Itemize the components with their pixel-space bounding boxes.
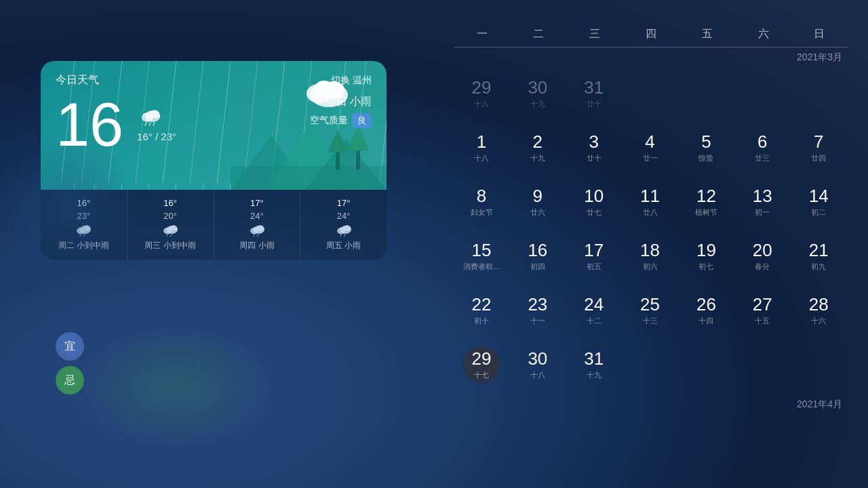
calendar-cell[interactable]: 4 廿一 [623,121,677,175]
forecast-cloud-icon [161,224,180,237]
calendar-cell[interactable]: 5 惊蛰 [679,121,733,175]
forecast-day-label: 周三 小到中雨 [144,240,195,251]
svg-rect-3 [231,166,387,190]
forecast-temp-high: 17° [250,198,264,208]
air-quality: 空气质量 良 [310,113,372,128]
svg-line-15 [145,122,146,125]
calendar-cell [791,66,846,121]
calendar-cell[interactable]: 19 初七 [679,229,733,283]
calendar-weekday: 二 [511,27,566,41]
calendar-cell[interactable]: 18 初六 [623,229,677,283]
svg-line-16 [149,122,151,125]
forecast-cloud-icon [334,224,353,237]
calendar-cell[interactable]: 30 十八 [511,338,565,392]
calendar-cell[interactable]: 30 十九 [511,66,565,121]
svg-line-36 [340,235,341,237]
svg-point-19 [77,228,85,234]
current-temperature: 16 [56,94,123,155]
weather-forecast: 16° 23° 周二 小到中雨 16° 20° 周三 小到中雨 17° 24° [41,190,387,260]
left-icons: 宜忌 [56,332,84,394]
calendar-cell[interactable]: 24 十二 [567,283,621,338]
calendar-cell[interactable]: 6 廿三 [735,121,789,175]
svg-line-21 [80,235,81,237]
air-quality-label: 空气质量 [310,115,348,127]
calendar-cell[interactable]: 31 十九 [567,338,621,392]
calendar-cell [623,338,677,392]
calendar-cell [735,66,789,121]
calendar-cell[interactable]: 11 廿八 [623,175,677,229]
svg-point-35 [344,226,351,231]
calendar-cell [679,338,733,392]
calendar-weekday: 一 [455,27,509,41]
svg-point-18 [80,226,91,233]
svg-point-20 [83,226,90,231]
calendar-cell[interactable]: 7 廿四 [791,121,846,175]
forecast-temp-high: 17° [337,198,351,208]
calendar-weekday: 五 [680,27,734,41]
forecast-cloud-icon [74,224,93,237]
calendar-cell[interactable]: 12 植树节 [679,175,733,229]
calendar-cell[interactable]: 14 初二 [791,175,846,229]
calendar-weekday-header: 一二三四五六日 [454,20,848,47]
calendar-cell[interactable]: 9 廿六 [511,175,565,229]
calendar-footer-month: 2021年4月 [454,392,848,411]
calendar-cell[interactable]: 31 廿十 [567,66,621,121]
calendar-cell [679,66,733,121]
svg-point-30 [257,226,264,231]
calendar-cell[interactable]: 1 十八 [454,121,509,175]
calendar-cell[interactable]: 25 十三 [623,283,677,338]
icon-忌[interactable]: 忌 [56,366,84,394]
forecast-item: 17° 24° 周五 小雨 [300,190,387,260]
calendar-cell[interactable]: 27 十五 [735,283,789,338]
svg-line-37 [344,235,344,237]
calendar-cell [791,338,846,392]
icon-宜[interactable]: 宜 [56,332,84,361]
svg-line-32 [257,235,258,237]
calendar-weekday: 四 [624,27,678,41]
calendar-cell[interactable]: 13 初一 [735,175,789,229]
forecast-temp-low: 23° [77,211,91,221]
calendar-cell[interactable]: 23 十一 [511,283,565,338]
cloud-rain-icon [137,108,163,127]
forecast-day-label: 周五 小雨 [326,240,361,251]
calendar-cell[interactable]: 10 廿七 [567,175,621,229]
calendar-cell[interactable]: 22 初十 [454,283,509,338]
forecast-item: 16° 20° 周三 小到中雨 [127,190,214,260]
svg-line-17 [153,122,155,125]
calendar-cell [623,66,677,121]
calendar-grid: 2021年3月 29 十八 30 十九 31 廿十 1 十八 2 十九 3 廿十… [454,50,848,392]
calendar-weekday: 六 [736,27,791,41]
calendar-cell[interactable]: 3 廿十 [567,121,621,175]
calendar-cell[interactable]: 29 十七 [454,338,509,392]
calendar-weekday: 三 [568,27,622,41]
weather-info: 16° / 23° [137,108,176,142]
svg-point-14 [150,110,159,118]
svg-line-31 [254,235,254,237]
calendar-cell[interactable]: 17 初五 [567,229,621,283]
svg-point-25 [170,226,177,231]
calendar-weekday: 日 [792,27,846,41]
forecast-temp-low: 24° [250,211,264,221]
calendar-cell[interactable]: 2 十九 [511,121,565,175]
air-quality-badge: 良 [352,113,372,128]
svg-line-27 [171,235,172,237]
calendar: 一二三四五六日 2021年3月 29 十八 30 十九 31 廿十 1 十八 2… [454,20,848,411]
calendar-cell[interactable]: 29 十八 [454,66,509,121]
calendar-cell[interactable]: 21 初九 [791,229,846,283]
calendar-cell[interactable]: 15 消费者权... [454,229,509,283]
svg-line-22 [84,235,85,237]
cloud-illustration [292,73,353,110]
svg-line-26 [167,235,167,237]
forecast-temp-low: 24° [337,211,351,221]
weather-widget: 今日天气 切换 温州 16 16° / 23° 今日 小雨 空气质量 [41,61,387,260]
forecast-cloud-icon [248,224,267,237]
weather-widget-title: 今日天气 [56,73,99,87]
calendar-cell[interactable]: 8 妇女节 [454,175,509,229]
calendar-cell[interactable]: 28 十六 [791,283,846,338]
calendar-cell[interactable]: 26 十四 [679,283,733,338]
forecast-temp-high: 16° [77,198,91,208]
calendar-cell[interactable]: 16 初四 [511,229,565,283]
forecast-day-label: 周四 小雨 [239,240,274,251]
calendar-cell[interactable]: 20 春分 [735,229,789,283]
forecast-item: 17° 24° 周四 小雨 [214,190,301,260]
